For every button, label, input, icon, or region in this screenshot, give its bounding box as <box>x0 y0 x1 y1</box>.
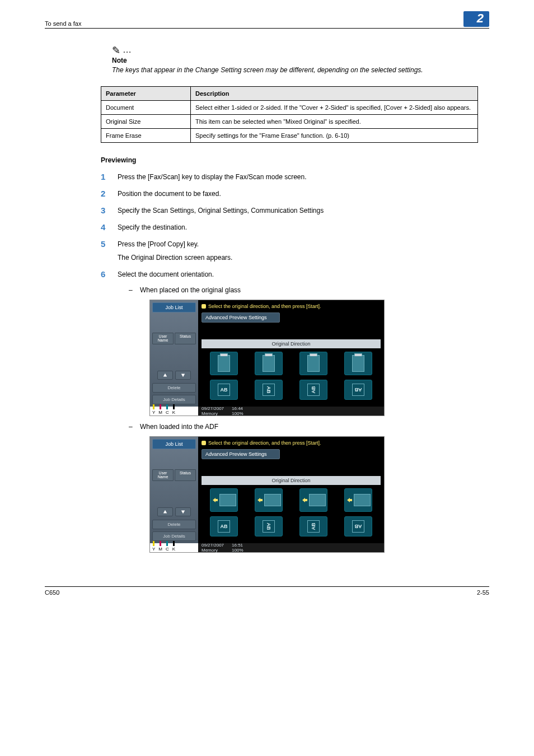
param-cell: Frame Erase <box>101 128 191 142</box>
ab-icon: AB <box>218 520 230 533</box>
step-text: Press the [Fax/Scan] key to display the … <box>118 172 478 182</box>
feed-arrow-icon <box>301 497 308 503</box>
feed-arrow-icon <box>212 497 218 503</box>
toner-indicator: Y M C K <box>150 543 198 552</box>
step-text: Position the document to be faxed. <box>118 189 478 199</box>
status-button[interactable]: Status <box>175 333 196 344</box>
header-rule <box>45 28 489 29</box>
delete-button[interactable]: Delete <box>152 383 196 393</box>
step-number: 2 <box>101 189 118 199</box>
screenshot-date: 09/27/2007 <box>202 406 224 411</box>
job-list-button[interactable]: Job List <box>152 439 196 449</box>
feed-arrow-icon <box>346 497 353 503</box>
direction-ab-2[interactable]: AB <box>255 380 283 400</box>
scroll-up-button[interactable] <box>157 371 173 380</box>
direction-ab-3[interactable]: AB <box>299 380 327 400</box>
status-button[interactable]: Status <box>175 469 196 481</box>
table-row: Document Select either 1-sided or 2-side… <box>101 100 478 114</box>
chapter-number: 2 <box>463 11 489 27</box>
direction-portrait-2[interactable] <box>255 352 283 375</box>
direction-adf-4[interactable] <box>344 488 372 512</box>
scroll-up-button[interactable] <box>157 507 173 516</box>
toner-indicator: Y M C K <box>150 407 198 416</box>
feed-arrow-icon <box>256 497 263 503</box>
footer-model: C650 <box>45 589 59 596</box>
memory-value: 100% <box>232 411 243 416</box>
sub-bullet-adf: When loaded into the ADF <box>140 423 218 431</box>
user-name-button[interactable]: User Name <box>152 333 174 344</box>
desc-cell: Specify settings for the "Frame Erase" f… <box>191 128 478 142</box>
table-row: Original Size This item can be selected … <box>101 114 478 128</box>
instruction-text: Select the original direction, and then … <box>202 439 381 449</box>
job-list-button[interactable]: Job List <box>152 302 196 312</box>
step-number: 4 <box>101 222 118 232</box>
step-after-text: The Original Direction screen appears. <box>118 253 478 263</box>
direction-ab-1[interactable]: AB <box>210 516 238 536</box>
original-direction-label: Original Direction <box>202 339 381 348</box>
bullet-dash: – <box>129 286 140 294</box>
step-text: Specify the Scan Settings, Original Sett… <box>118 206 478 216</box>
ab-icon: AB <box>263 384 275 396</box>
bullet-dash: – <box>129 423 140 431</box>
table-header-parameter: Parameter <box>101 86 191 100</box>
section-heading: Previewing <box>101 156 489 164</box>
memory-label: Memory <box>202 548 218 553</box>
original-direction-label: Original Direction <box>202 476 381 485</box>
note-text: The keys that appear in the Change Setti… <box>112 66 478 75</box>
sub-bullet-glass: When placed on the original glass <box>140 286 241 294</box>
direction-adf-3[interactable] <box>299 488 327 512</box>
note-label: Note <box>112 57 478 64</box>
job-details-button[interactable]: Job Details <box>152 395 196 404</box>
table-header-description: Description <box>191 86 478 100</box>
direction-ab-3[interactable]: AB <box>299 516 327 536</box>
advanced-preview-button[interactable]: Advanced Preview Settings <box>202 449 280 459</box>
param-cell: Original Size <box>101 114 191 128</box>
step-number: 5 <box>101 239 118 263</box>
note-pen-icon: ✎ <box>112 45 120 55</box>
desc-cell: Select either 1-sided or 2-sided. If the… <box>191 100 478 114</box>
note-dots-icon: … <box>123 45 133 55</box>
direction-ab-4[interactable]: AB <box>344 516 372 536</box>
memory-value: 100% <box>232 548 243 553</box>
user-name-button[interactable]: User Name <box>152 469 174 481</box>
ab-icon: AB <box>263 520 275 533</box>
screenshot-time: 16:44 <box>232 406 243 411</box>
device-screenshot-adf: Job List User Name Status Delete Job Det… <box>149 436 385 553</box>
ab-icon: AB <box>352 384 364 396</box>
param-cell: Document <box>101 100 191 114</box>
device-screenshot-glass: Job List User Name Status Delete Job Det… <box>149 300 385 416</box>
scroll-down-button[interactable] <box>175 507 191 516</box>
step-text: Press the [Proof Copy] key. <box>118 239 478 249</box>
step-number: 3 <box>101 206 118 216</box>
step-text: Specify the destination. <box>118 222 478 232</box>
screenshot-date: 09/27/2007 <box>202 543 224 548</box>
direction-portrait-3[interactable] <box>299 352 327 375</box>
direction-adf-2[interactable] <box>255 488 283 512</box>
parameter-table: Parameter Description Document Select ei… <box>101 86 478 143</box>
footer-page: 2-55 <box>477 589 489 596</box>
step-number: 6 <box>101 269 118 279</box>
table-row: Frame Erase Specify settings for the "Fr… <box>101 128 478 142</box>
direction-portrait-1[interactable] <box>210 352 238 375</box>
direction-ab-4[interactable]: AB <box>344 380 372 400</box>
memory-label: Memory <box>202 411 218 416</box>
ab-icon: AB <box>307 384 320 396</box>
advanced-preview-button[interactable]: Advanced Preview Settings <box>202 312 280 323</box>
step-number: 1 <box>101 172 118 182</box>
instruction-text: Select the original direction, and then … <box>202 302 381 312</box>
direction-ab-1[interactable]: AB <box>210 380 238 400</box>
note-block: ✎ … Note The keys that appear in the Cha… <box>112 45 478 75</box>
screenshot-time: 16:51 <box>232 543 243 548</box>
delete-button[interactable]: Delete <box>152 520 196 529</box>
ab-icon: AB <box>307 520 320 533</box>
ab-icon: AB <box>352 520 364 533</box>
direction-ab-2[interactable]: AB <box>255 516 283 536</box>
ab-icon: AB <box>218 384 230 396</box>
job-details-button[interactable]: Job Details <box>152 531 196 541</box>
step-text: Select the document orientation. <box>118 269 478 279</box>
desc-cell: This item can be selected when "Mixed Or… <box>191 114 478 128</box>
direction-portrait-4[interactable] <box>344 352 372 375</box>
scroll-down-button[interactable] <box>175 371 191 380</box>
direction-adf-1[interactable] <box>210 488 238 512</box>
breadcrumb: To send a fax <box>45 20 81 27</box>
